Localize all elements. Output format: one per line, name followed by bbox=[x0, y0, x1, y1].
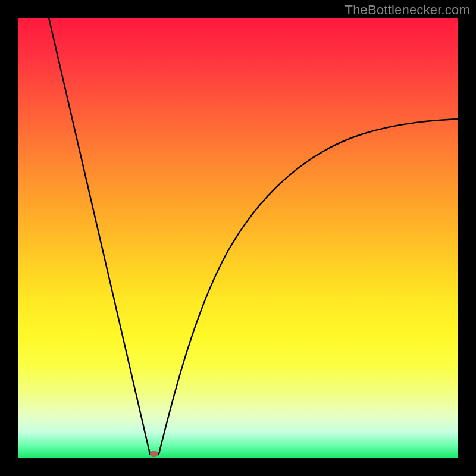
chart-frame: TheBottlenecker.com bbox=[0, 0, 476, 476]
optimum-marker bbox=[150, 451, 158, 457]
plot-area bbox=[18, 18, 458, 458]
attribution-label: TheBottlenecker.com bbox=[345, 2, 470, 18]
